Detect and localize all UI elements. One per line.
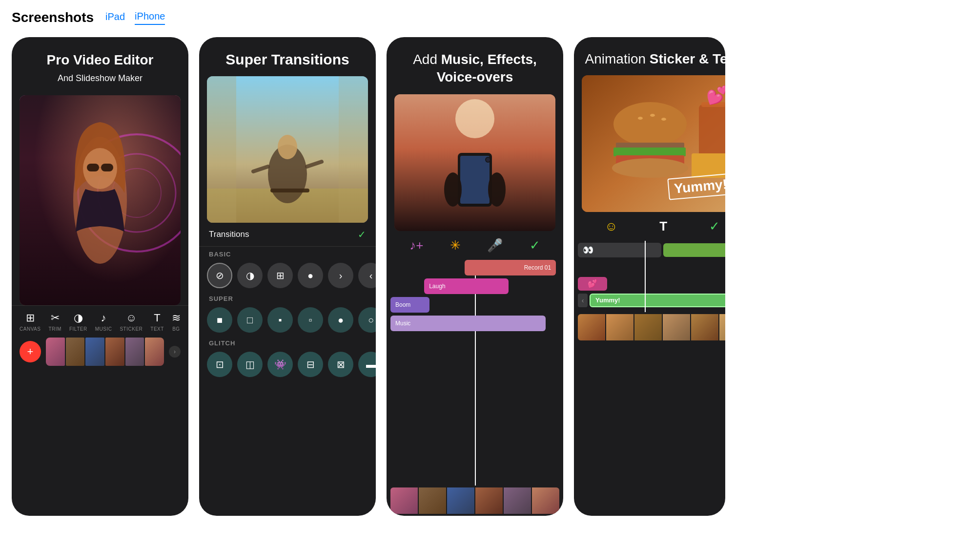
screenshot-3: Add Music, Effects,Voice-overs: [387, 37, 563, 516]
svg-point-22: [444, 172, 462, 207]
neon-decoration: [20, 95, 181, 305]
super-t2[interactable]: □: [237, 307, 263, 333]
music-icon[interactable]: ♪+: [409, 238, 423, 253]
svg-rect-15: [207, 76, 236, 223]
transition-right[interactable]: ›: [328, 263, 353, 288]
s4-tracks: 👀 🔥 💕 ‹ Yummy! ›: [574, 241, 725, 312]
tab-iphone[interactable]: iPhone: [135, 11, 165, 25]
s1-title: Pro Video Editor And Slideshow Maker: [21, 52, 179, 85]
film-cell: [145, 338, 164, 366]
film-cell: [85, 338, 104, 366]
film-cell: [46, 338, 65, 366]
svg-rect-21: [460, 156, 490, 204]
s1-header: Pro Video Editor And Slideshow Maker: [12, 37, 188, 95]
eyes-track: 👀: [578, 243, 661, 257]
svg-point-30: [661, 118, 666, 121]
green-track: [663, 243, 725, 257]
transition-left[interactable]: ‹: [358, 263, 376, 288]
add-button[interactable]: +: [20, 341, 41, 362]
s3-header: Add Music, Effects,Voice-overs: [387, 37, 563, 94]
tool-sticker[interactable]: ☺ STICKER: [120, 312, 143, 332]
screenshots-row: Pro Video Editor And Slideshow Maker: [12, 37, 968, 516]
svg-rect-16: [339, 76, 368, 223]
filmstrip: [46, 338, 164, 366]
s3-filmstrip: [390, 487, 559, 514]
tab-ipad[interactable]: iPad: [105, 11, 125, 24]
hearts-track: 💕: [578, 277, 607, 291]
s3-image: [394, 94, 555, 231]
svg-point-25: [486, 158, 490, 162]
timeline-area: Record 01 Laugh Boom Music: [387, 260, 563, 486]
track-prev[interactable]: ‹: [578, 294, 588, 307]
s3-title: Add Music, Effects,Voice-overs: [396, 51, 553, 86]
basic-icons-row: ⊘ ◑ ⊞ ● › ‹ ›: [199, 260, 376, 291]
s2-image: [207, 76, 368, 223]
effects-icon[interactable]: ✳: [450, 238, 461, 253]
glitch-t6[interactable]: ▬: [358, 352, 376, 377]
svg-point-23: [488, 172, 506, 207]
track-boom: Boom: [390, 297, 429, 313]
glitch-t1[interactable]: ⊡: [207, 352, 232, 377]
svg-point-27: [613, 102, 687, 146]
film-cell: [125, 338, 144, 366]
transition-fade[interactable]: ◑: [237, 263, 263, 288]
super-t5[interactable]: ●: [328, 307, 353, 333]
voiceover-icon[interactable]: 🎤: [487, 238, 503, 253]
s3-toolbar: ♪+ ✳ 🎤 ✓: [387, 231, 563, 260]
tool-text[interactable]: T TEXT: [150, 312, 164, 332]
s4-playhead: [645, 241, 646, 312]
next-icon[interactable]: ›: [169, 346, 181, 358]
s4-title: Animation Sticker & Text: [584, 51, 725, 67]
glitch-t4[interactable]: ⊟: [298, 352, 323, 377]
screenshot-4-wrapper: Animation Sticker & Text: [574, 37, 725, 516]
transition-grid[interactable]: ⊞: [267, 263, 293, 288]
glitch-t5[interactable]: ⊠: [328, 352, 353, 377]
svg-point-28: [638, 117, 643, 120]
super-icons-row: ■ □ ▪ ▫ ● ○ ›: [199, 304, 376, 336]
svg-point-11: [278, 135, 297, 159]
s4-confirm[interactable]: ✓: [709, 219, 720, 234]
glitch-t2[interactable]: ◫: [237, 352, 263, 377]
glitch-t3[interactable]: 👾: [267, 352, 293, 377]
confirm-check[interactable]: ✓: [530, 238, 540, 253]
svg-rect-32: [613, 148, 686, 156]
s1-image: [20, 95, 181, 305]
tool-trim[interactable]: ✂ TRIM: [48, 312, 61, 332]
transitions-label: Transitions: [209, 230, 249, 239]
tool-bg[interactable]: ≋ BG: [172, 312, 181, 332]
sticker-icon[interactable]: ☺: [605, 219, 618, 234]
transitions-header: Transitions ✓: [199, 223, 376, 247]
s4-header: Animation Sticker & Text: [574, 37, 725, 75]
tool-filter[interactable]: ◑ FILTER: [69, 312, 87, 332]
track-laugh: Laugh: [424, 278, 509, 294]
super-t1[interactable]: ■: [207, 307, 232, 333]
track-music: Music: [390, 316, 546, 331]
s1-toolbar: ⊞ CANVAS ✂ TRIM ◑ FILTER ♪ MUSIC ☺ STICK…: [12, 305, 188, 334]
s4-image: 💕 Yummy! ⤡ ×: [582, 75, 725, 212]
heart-sticker: 💕: [706, 85, 725, 106]
transition-none[interactable]: ⊘: [207, 263, 232, 288]
yummy-track: Yummy!: [590, 294, 725, 307]
page-header: Screenshots iPad iPhone: [12, 10, 968, 25]
tool-canvas[interactable]: ⊞ CANVAS: [20, 312, 41, 332]
svg-rect-6: [101, 164, 113, 171]
super-t4[interactable]: ▫: [298, 307, 323, 333]
glitch-section-label: GLITCH: [199, 336, 376, 349]
super-t6[interactable]: ○: [358, 307, 376, 333]
film-cell: [105, 338, 124, 366]
s2-header: Super Transitions: [199, 37, 376, 76]
super-t3[interactable]: ▪: [267, 307, 293, 333]
skater-image: [207, 76, 368, 223]
s4-filmstrip: [578, 314, 725, 340]
basic-section-label: BASIC: [199, 247, 376, 260]
svg-point-18: [455, 99, 494, 138]
transition-dot[interactable]: ●: [298, 263, 323, 288]
track-record: Record 01: [465, 260, 556, 275]
text-icon[interactable]: T: [659, 219, 667, 234]
svg-point-29: [650, 114, 655, 117]
screenshot-2: Super Transitions: [199, 37, 376, 516]
confirm-icon[interactable]: ✓: [358, 229, 366, 240]
tab-group: iPad iPhone: [105, 11, 165, 25]
tool-music[interactable]: ♪ MUSIC: [95, 312, 112, 332]
screenshot-4: Animation Sticker & Text: [574, 37, 725, 340]
